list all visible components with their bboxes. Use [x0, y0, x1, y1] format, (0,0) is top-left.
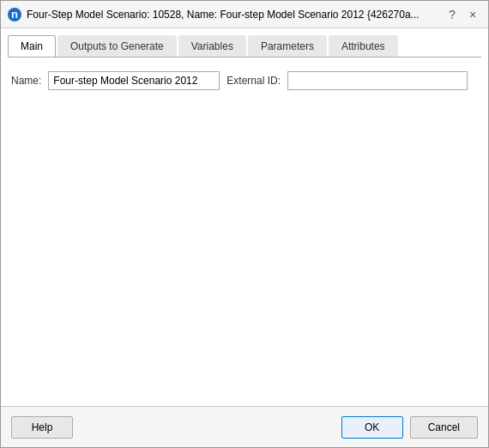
title-bar-buttons: ? × — [444, 6, 481, 23]
title-bar-text: Four-Step Model Scenario: 10528, Name: F… — [27, 9, 444, 21]
help-button[interactable]: ? — [444, 6, 461, 23]
ok-button[interactable]: OK — [341, 416, 403, 439]
tab-parameters[interactable]: Parameters — [248, 35, 327, 57]
content-area: Main Outputs to Generate Variables Param… — [1, 28, 488, 406]
footer-right: OK Cancel — [341, 416, 478, 439]
external-id-label: External ID: — [226, 75, 281, 87]
title-bar: n Four-Step Model Scenario: 10528, Name:… — [1, 1, 488, 28]
tab-content-main: Name: External ID: — [8, 64, 481, 399]
external-id-input[interactable] — [287, 71, 468, 90]
tab-variables[interactable]: Variables — [178, 35, 246, 57]
tab-bar: Main Outputs to Generate Variables Param… — [8, 35, 481, 58]
help-footer-button[interactable]: Help — [11, 416, 73, 439]
close-button[interactable]: × — [464, 6, 481, 23]
name-row: Name: External ID: — [11, 71, 478, 90]
footer-left: Help — [11, 416, 73, 439]
tab-attributes[interactable]: Attributes — [329, 35, 398, 57]
tab-main[interactable]: Main — [8, 35, 56, 57]
tab-outputs[interactable]: Outputs to Generate — [57, 35, 177, 57]
footer: Help OK Cancel — [1, 406, 488, 447]
app-icon: n — [8, 8, 21, 21]
cancel-button[interactable]: Cancel — [410, 416, 478, 439]
name-input[interactable] — [48, 71, 220, 90]
name-label: Name: — [11, 75, 41, 87]
dialog-window: n Four-Step Model Scenario: 10528, Name:… — [0, 0, 489, 448]
